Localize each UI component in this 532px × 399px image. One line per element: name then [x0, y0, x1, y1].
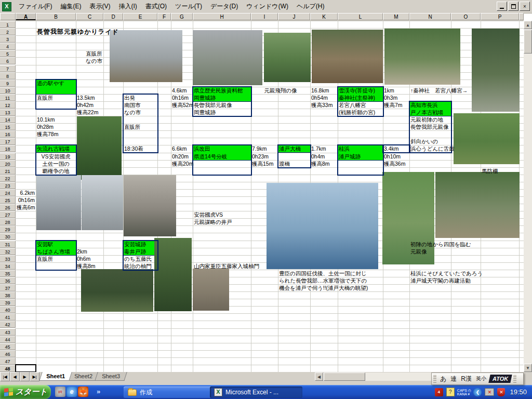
cell-B21[interactable]: 覇権争の地 — [36, 167, 76, 175]
cell-E13[interactable]: なの市 — [123, 109, 157, 116]
flying-statue-photo[interactable] — [264, 33, 311, 82]
cell-I20[interactable]: 獲高15m — [251, 160, 278, 167]
cell-J37[interactable]: 機会を浦戸で伺う!!(浦戸大橋の眺望) — [278, 284, 409, 291]
menu-o[interactable]: 書式(O) — [141, 1, 171, 12]
column-header-I[interactable]: I — [251, 13, 278, 20]
forest-path-photo[interactable] — [154, 238, 192, 311]
cell-L12[interactable]: 若宮八幡宮 — [338, 101, 383, 109]
column-header-N[interactable]: N — [409, 13, 451, 20]
row-header-11[interactable]: 11 — [0, 94, 16, 101]
row-header-24[interactable]: 24 — [0, 189, 16, 196]
cell-C12[interactable]: 0h42m — [76, 101, 103, 109]
row-header-16[interactable]: 16 — [0, 130, 16, 138]
cell-I18[interactable]: 7.9km — [251, 145, 278, 152]
cell-E33[interactable]: のち五藤氏 — [123, 255, 157, 262]
cell-B32[interactable]: ちばさん市場 — [36, 248, 76, 255]
row-header-10[interactable]: 10 — [0, 87, 16, 94]
cell-E32[interactable]: 毒井戸跡 — [123, 248, 157, 255]
column-header-O[interactable]: O — [451, 13, 481, 20]
security-alert-tray-icon[interactable]: ✕ — [497, 388, 505, 396]
menu-d[interactable]: データ(D) — [206, 1, 242, 12]
cell-B2[interactable]: 長曽我部元親ゆかりライド — [36, 28, 76, 35]
menu-w[interactable]: ウィンドウ(W) — [242, 1, 292, 12]
cell-H18[interactable]: 浜改田 — [193, 145, 251, 152]
row-header-2[interactable]: 2 — [0, 28, 16, 35]
row-header-8[interactable]: 8 — [0, 72, 16, 79]
cell-N18[interactable]: 浜心うどんに舌鼓 — [409, 145, 451, 152]
row-header-43[interactable]: 43 — [0, 328, 16, 336]
cell-L10[interactable]: 雪渓寺(菩提寺) — [338, 87, 383, 94]
cell-N13[interactable]: 戸ノ本古戦場 — [409, 109, 451, 116]
row-header-14[interactable]: 14 — [0, 116, 16, 123]
cell-N17[interactable]: 斜向かいの — [409, 138, 451, 145]
row-header-28[interactable]: 28 — [0, 218, 16, 225]
column-header-H[interactable]: H — [193, 13, 251, 20]
scroll-left-button[interactable]: ◀ — [315, 373, 323, 381]
workbook-icon[interactable]: X — [2, 2, 11, 11]
cell-E11[interactable]: 出発 — [123, 94, 157, 101]
quicklaunch-overflow-chevron[interactable]: » — [97, 388, 100, 395]
cell-K11[interactable]: 0h54m — [310, 94, 338, 101]
cell-C6[interactable]: なの市 — [76, 57, 103, 64]
tab-prev-button[interactable]: ◀ — [10, 372, 20, 381]
cell-G18[interactable]: 6.6km — [171, 145, 193, 152]
row-header-23[interactable]: 23 — [0, 182, 16, 189]
bike-building-photo[interactable] — [124, 175, 176, 236]
column-header-D[interactable]: D — [103, 13, 123, 20]
cell-K19[interactable]: 0h4m — [310, 153, 338, 160]
row-header-36[interactable]: 36 — [0, 277, 16, 284]
column-header-partial[interactable] — [519, 13, 524, 20]
vertical-scrollbar[interactable]: ▲ ▼ — [524, 21, 532, 372]
cell-K18[interactable]: 1.7km — [310, 145, 338, 152]
row-header-25[interactable]: 25 — [0, 196, 16, 204]
display-error-tray-icon[interactable]: ✕ — [485, 388, 494, 396]
cell-J18[interactable]: 浦戸大橋 — [278, 145, 310, 152]
cell-K12[interactable]: 獲高33m — [310, 101, 338, 109]
cell-B31[interactable]: 安芸駅 — [36, 241, 76, 248]
launcher-icon[interactable]: IR — [55, 387, 65, 397]
row-header-22[interactable]: 22 — [0, 175, 16, 182]
cell-N14[interactable]: 元親初陣の地 — [409, 116, 451, 123]
cell-A24[interactable]: 6.2km — [16, 189, 36, 196]
cell-N12[interactable]: 高知市長浜 — [409, 101, 451, 109]
column-header-B[interactable]: B — [36, 13, 76, 20]
cell-H12[interactable]: 長曽我部元親像 — [193, 101, 251, 109]
temple-photo[interactable] — [312, 30, 383, 83]
cell-B16[interactable]: 獲高78m — [36, 130, 76, 138]
cell-B33[interactable]: 直販所 — [36, 255, 76, 262]
column-header-G[interactable]: G — [171, 13, 193, 20]
row-header-9[interactable]: 9 — [0, 79, 16, 87]
roadside-station-photo[interactable] — [110, 30, 182, 82]
cell-C13[interactable]: 獲高22m — [76, 109, 103, 116]
restore-button[interactable] — [508, 2, 518, 11]
close-button[interactable]: × — [520, 2, 530, 11]
cell-M20[interactable]: 獲高36m — [383, 160, 409, 167]
cell-C5[interactable]: 直販所 — [76, 50, 103, 57]
row-header-47[interactable]: 47 — [0, 357, 16, 365]
back-arrow-tray-icon[interactable]: ❮ — [473, 388, 482, 396]
cell-B19[interactable]: VS安芸國虎 — [36, 153, 76, 160]
column-header-K[interactable]: K — [310, 13, 338, 20]
tab-first-button[interactable]: |◀ — [0, 372, 10, 381]
row-header-32[interactable]: 32 — [0, 248, 16, 255]
shrine-hall-photo[interactable] — [472, 29, 520, 112]
atok-logo[interactable]: ATOK — [488, 375, 512, 383]
stone-monument-photo[interactable] — [77, 116, 122, 180]
cell-A26[interactable]: 獲高6m — [16, 204, 36, 211]
cell-K20[interactable]: 獲高8m — [310, 160, 338, 167]
scroll-up-button[interactable]: ▲ — [524, 21, 532, 29]
column-header-P[interactable]: P — [481, 13, 519, 20]
caps-kana-indicator[interactable]: CAPS ⎙ KANA ▾ — [457, 389, 471, 396]
cell-M10[interactable]: 1km — [383, 87, 409, 94]
ie-icon[interactable]: e — [66, 387, 77, 397]
cell-B20[interactable]: 土佐一国の — [36, 160, 76, 167]
row-header-42[interactable]: 42 — [0, 321, 16, 328]
cell-C11[interactable]: 13.5km — [76, 94, 103, 101]
cell-E34[interactable]: 統治の柚門 — [123, 262, 157, 270]
cell-H27[interactable]: 安芸國虎VS — [193, 211, 251, 218]
cell-N36[interactable]: 浦戸城天守閣の再建活動 — [409, 277, 519, 284]
cell-N31[interactable]: 初陣の地から四国を臨む — [409, 241, 481, 248]
row-header-27[interactable]: 27 — [0, 211, 16, 218]
row-header-3[interactable]: 3 — [0, 35, 16, 43]
cell-I10[interactable]: 元親飛翔の像 — [251, 87, 310, 94]
